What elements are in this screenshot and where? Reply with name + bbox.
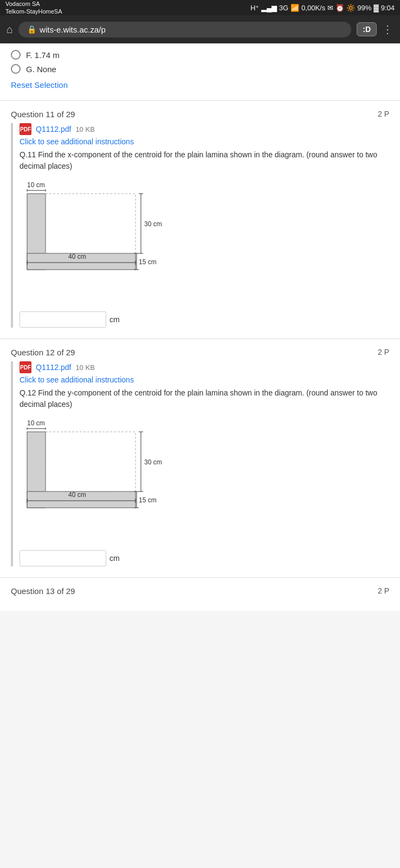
option-f-label: F. 1.74 m xyxy=(26,50,60,60)
question-11-points: 2 P xyxy=(378,110,389,118)
svg-text:15 cm: 15 cm xyxy=(139,258,157,266)
q11-answer-input[interactable] xyxy=(20,311,106,328)
q12-answer-unit: cm xyxy=(109,554,120,563)
option-g-label: G. None xyxy=(26,65,56,74)
battery-label: 99% xyxy=(357,4,371,12)
browser-menu-button[interactable]: ⋮ xyxy=(382,23,393,36)
alarm-icon: ⏰ xyxy=(336,4,344,12)
q11-additional-link[interactable]: Click to see additional instructions xyxy=(20,137,389,146)
q11-svg: 10 cm xyxy=(20,178,193,303)
url-text: wits-e.wits.ac.za/p xyxy=(40,25,106,34)
email-icon: ✉ xyxy=(327,4,333,12)
home-button[interactable]: ⌂ xyxy=(7,23,13,36)
question-13-block: Question 13 of 29 2 P xyxy=(0,578,400,611)
question-12-card: PDF Q1112.pdf 10 KB Click to see additio… xyxy=(11,361,389,566)
reset-selection-link[interactable]: Reset Selection xyxy=(11,80,68,90)
time-label: 9:04 xyxy=(381,4,395,12)
question-11-card: PDF Q1112.pdf 10 KB Click to see additio… xyxy=(11,123,389,328)
url-bar[interactable]: 🔒 wits-e.wits.ac.za/p xyxy=(18,22,351,37)
browser-chrome: ⌂ 🔒 wits-e.wits.ac.za/p :D ⋮ xyxy=(0,15,400,43)
option-f-row: F. 1.74 m xyxy=(11,50,389,60)
q12-answer-row: cm xyxy=(20,550,389,566)
svg-rect-6 xyxy=(46,194,136,253)
q12-additional-link[interactable]: Click to see additional instructions xyxy=(20,375,389,384)
question-13-points: 2 P xyxy=(378,586,389,595)
q12-pdf-row: PDF Q1112.pdf 10 KB xyxy=(20,361,389,373)
lock-icon: 🔒 xyxy=(27,25,36,34)
option-g-radio[interactable] xyxy=(11,64,21,74)
q11-pdf-icon: PDF xyxy=(20,123,31,135)
q11-pdf-link[interactable]: Q1112.pdf xyxy=(36,125,71,133)
q12-diagram: 10 cm 30 cm xyxy=(20,417,389,544)
option-g-row: G. None xyxy=(11,64,389,74)
carrier2-label: Telkom-StayHomeSA xyxy=(5,8,62,15)
q11-dim-10cm: 10 cm xyxy=(20,178,389,305)
option-f-radio[interactable] xyxy=(11,50,21,60)
q12-pdf-icon: PDF xyxy=(20,361,31,373)
page-content: F. 1.74 m G. None Reset Selection Questi… xyxy=(0,43,400,611)
question-12-header: Question 12 of 29 2 P xyxy=(11,348,389,357)
svg-text:10 cm: 10 cm xyxy=(27,419,45,427)
q12-pdf-size: 10 KB xyxy=(75,363,94,372)
q11-diagram: 10 cm xyxy=(20,178,389,305)
question-11-number: Question 11 of 29 xyxy=(11,110,75,119)
svg-text:30 cm: 30 cm xyxy=(144,220,162,228)
q11-answer-row: cm xyxy=(20,311,389,328)
svg-text:40 cm: 40 cm xyxy=(68,253,86,260)
question-12-points: 2 P xyxy=(378,348,389,356)
q12-svg: 10 cm 30 cm xyxy=(20,417,193,541)
q11-question-text: Q.11 Find the x-component of the centroi… xyxy=(20,149,389,172)
question-11-header: Question 11 of 29 2 P xyxy=(11,110,389,119)
battery-icon: 🔆 xyxy=(346,4,355,12)
question-13-header: Question 13 of 29 2 P xyxy=(11,586,389,596)
svg-text:15 cm: 15 cm xyxy=(139,496,157,504)
q11-pdf-size: 10 KB xyxy=(75,125,94,133)
svg-rect-25 xyxy=(46,432,136,492)
question-12-block: Question 12 of 29 2 P PDF Q1112.pdf 10 K… xyxy=(0,339,400,577)
svg-text:40 cm: 40 cm xyxy=(68,491,86,499)
battery-bar: ▓ xyxy=(373,4,378,12)
signal-icon: H⁺ ▂▄▆ 3G xyxy=(250,4,288,12)
q12-answer-input[interactable] xyxy=(20,550,106,566)
question-11-block: Question 11 of 29 2 P PDF Q1112.pdf 10 K… xyxy=(0,101,400,339)
carrier1-label: Vodacom SA xyxy=(5,0,62,8)
q11-pdf-row: PDF Q1112.pdf 10 KB xyxy=(20,123,389,135)
q12-pdf-link[interactable]: Q1112.pdf xyxy=(36,363,71,372)
wifi-icon: 📶 xyxy=(291,4,299,12)
question-12-number: Question 12 of 29 xyxy=(11,348,75,357)
browser-badge[interactable]: :D xyxy=(357,22,377,36)
question-13-number: Question 13 of 29 xyxy=(11,586,75,596)
q12-question-text: Q.12 Find the y-component of the centroi… xyxy=(20,387,389,410)
prev-question-tail: F. 1.74 m G. None Reset Selection xyxy=(0,43,400,100)
svg-text:10 cm: 10 cm xyxy=(27,181,45,189)
svg-text:30 cm: 30 cm xyxy=(144,458,162,466)
speed-label: 0,00K/s xyxy=(301,4,325,12)
status-bar: Vodacom SA Telkom-StayHomeSA H⁺ ▂▄▆ 3G 📶… xyxy=(0,0,400,15)
q11-answer-unit: cm xyxy=(109,315,120,324)
